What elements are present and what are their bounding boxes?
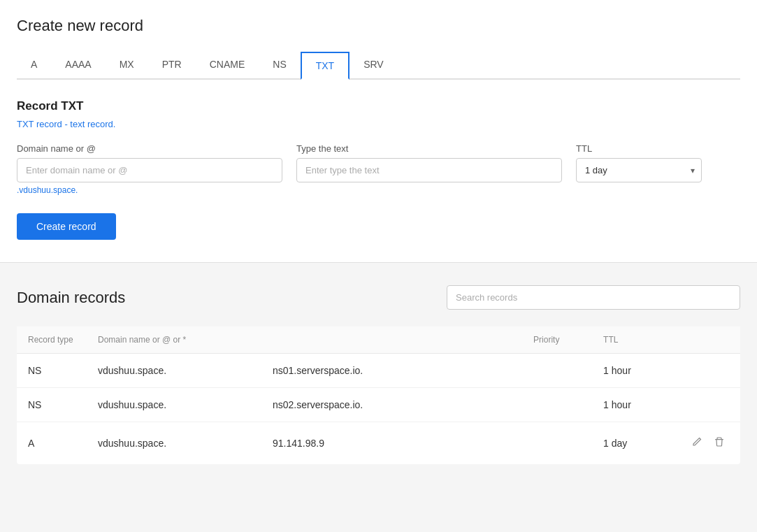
tab-mx[interactable]: MX [106, 52, 148, 80]
page-title: Create new record [17, 17, 740, 35]
text-field: Type the text [296, 143, 562, 182]
cell-ttl: 1 hour [592, 354, 676, 388]
col-header-type: Record type [17, 326, 87, 354]
records-table: Record type Domain name or @ or * Priori… [17, 326, 740, 464]
cell-priority [522, 422, 592, 465]
search-wrapper [447, 285, 740, 310]
create-record-button[interactable]: Create record [17, 213, 116, 240]
cell-domain: vdushuu.space. [87, 354, 261, 388]
col-header-actions [676, 326, 740, 354]
domain-label: Domain name or @ [17, 143, 282, 154]
tabs-container: A AAAA MX PTR CNAME NS TXT SRV [17, 52, 740, 80]
cell-value: 91.141.98.9 [261, 422, 522, 465]
edit-button[interactable] [687, 433, 707, 453]
cell-priority [522, 388, 592, 422]
form-row: Domain name or @ .vdushuu.space. Type th… [17, 143, 740, 195]
table-row: NS vdushuu.space. ns01.serverspace.io. 1… [17, 354, 740, 388]
domain-hint: .vdushuu.space. [17, 185, 282, 195]
domain-records-section: Domain records Record type Domain name o… [0, 263, 757, 481]
table-header: Record type Domain name or @ or * Priori… [17, 326, 740, 354]
text-input[interactable] [296, 158, 562, 182]
delete-button[interactable] [709, 433, 729, 453]
table-body: NS vdushuu.space. ns01.serverspace.io. 1… [17, 354, 740, 465]
ttl-select[interactable]: 1 hour 4 hours 12 hours 1 day 1 week [576, 158, 702, 182]
records-header: Domain records [17, 285, 740, 310]
tab-aaaa[interactable]: AAAA [51, 52, 105, 80]
cell-domain: vdushuu.space. [87, 388, 261, 422]
domain-field: Domain name or @ .vdushuu.space. [17, 143, 282, 195]
record-description: TXT record - text record. [17, 119, 740, 129]
ttl-field: TTL 1 hour 4 hours 12 hours 1 day 1 week… [576, 143, 702, 182]
domain-records-title: Domain records [17, 289, 125, 307]
page-wrapper: Create new record A AAAA MX PTR CNAME NS… [0, 0, 757, 532]
tab-ns[interactable]: NS [259, 52, 300, 80]
tab-txt[interactable]: TXT [301, 52, 349, 80]
cell-actions [676, 388, 740, 422]
ttl-select-wrapper: 1 hour 4 hours 12 hours 1 day 1 week ▾ [576, 158, 702, 182]
table-row: NS vdushuu.space. ns02.serverspace.io. 1… [17, 388, 740, 422]
cell-priority [522, 354, 592, 388]
cell-value: ns02.serverspace.io. [261, 388, 522, 422]
cell-actions [676, 354, 740, 388]
cell-type: NS [17, 354, 87, 388]
cell-ttl: 1 day [592, 422, 676, 465]
cell-ttl: 1 hour [592, 388, 676, 422]
cell-domain: vdushuu.space. [87, 422, 261, 465]
cell-type: NS [17, 388, 87, 422]
text-label: Type the text [296, 143, 562, 154]
col-header-value [261, 326, 522, 354]
col-header-domain: Domain name or @ or * [87, 326, 261, 354]
table-row: A vdushuu.space. 91.141.98.9 1 day [17, 422, 740, 465]
tab-ptr[interactable]: PTR [148, 52, 196, 80]
col-header-priority: Priority [522, 326, 592, 354]
ttl-label: TTL [576, 143, 702, 154]
tab-a[interactable]: A [17, 52, 51, 80]
cell-type: A [17, 422, 87, 465]
domain-input[interactable] [17, 158, 282, 182]
tab-cname[interactable]: CNAME [196, 52, 259, 80]
cell-actions [676, 422, 740, 465]
create-section: Create new record A AAAA MX PTR CNAME NS… [0, 0, 757, 263]
cell-value: ns01.serverspace.io. [261, 354, 522, 388]
col-header-ttl: TTL [592, 326, 676, 354]
record-heading: Record TXT [17, 99, 740, 113]
search-input[interactable] [447, 285, 740, 310]
tab-srv[interactable]: SRV [349, 52, 398, 80]
